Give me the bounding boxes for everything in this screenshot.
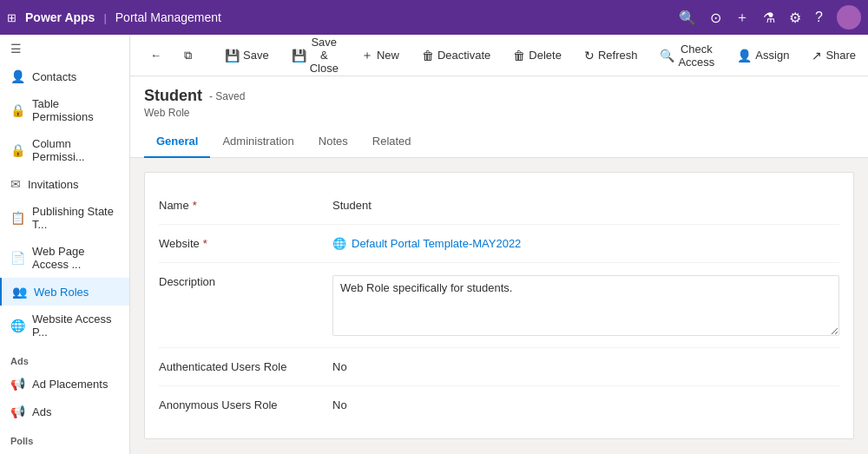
website-access-icon: 🌐 xyxy=(10,319,25,332)
avatar[interactable] xyxy=(837,5,861,30)
name-value: Student xyxy=(332,195,839,212)
form-row-name: Name * Student xyxy=(159,187,839,225)
sidebar-item-poll-placements[interactable]: 📊 Poll Placements xyxy=(0,450,129,454)
tab-related-label: Related xyxy=(372,135,411,148)
website-value[interactable]: 🌐 Default Portal Template-MAY2022 xyxy=(332,234,839,250)
sidebar-item-column-permissions[interactable]: 🔒 Column Permissi... xyxy=(0,130,129,170)
tabs-bar: General Administration Notes Related xyxy=(130,126,868,158)
assign-label: Assign xyxy=(755,49,789,62)
app-name: Power Apps xyxy=(25,10,95,24)
ad-placements-icon: 📢 xyxy=(10,377,25,391)
authenticated-users-label: Authenticated Users Role xyxy=(159,357,332,373)
sidebar-item-website-access[interactable]: 🌐 Website Access P... xyxy=(0,306,129,345)
tab-administration-label: Administration xyxy=(222,135,293,148)
form-area: Name * Student Website * 🌐 Defaul xyxy=(130,158,868,454)
top-nav-actions: 🔍 ⊙ ＋ ⚗ ⚙ ? xyxy=(679,5,861,30)
sidebar-item-label: Table Permissions xyxy=(32,97,119,123)
sidebar-item-ads[interactable]: 📢 Ads xyxy=(0,398,129,425)
help-icon[interactable]: ? xyxy=(815,10,823,25)
content-area: ← ⧉ 💾 Save 💾 Save & Close ＋ New 🗑 Deacti… xyxy=(130,35,868,454)
deactivate-label: Deactivate xyxy=(437,49,490,62)
saved-badge: - Saved xyxy=(209,90,245,102)
settings-icon[interactable]: ⚙ xyxy=(789,10,801,26)
authenticated-users-text: No xyxy=(332,360,347,373)
top-navigation: ⊞ Power Apps | Portal Management 🔍 ⊙ ＋ ⚗… xyxy=(0,0,868,35)
delete-button[interactable]: 🗑 Delete xyxy=(503,43,571,69)
website-link-text: Default Portal Template-MAY2022 xyxy=(352,237,521,250)
ads-icon: 📢 xyxy=(10,405,25,418)
tab-general[interactable]: General xyxy=(144,126,210,158)
waffle-icon[interactable]: ⊞ xyxy=(7,11,16,24)
tab-general-label: General xyxy=(156,135,198,148)
hamburger-button[interactable]: ☰ xyxy=(0,35,129,63)
record-subtitle: Web Role xyxy=(144,107,854,119)
new-button[interactable]: ＋ New xyxy=(352,42,409,69)
assign-icon: 👤 xyxy=(737,49,752,63)
tab-administration[interactable]: Administration xyxy=(210,126,306,158)
nav-separator: | xyxy=(103,11,106,24)
description-textarea[interactable]: Web Role specifically for students. xyxy=(332,275,839,336)
check-access-icon: 🔍 xyxy=(660,49,674,63)
open-in-new-button[interactable]: ⧉ xyxy=(174,43,201,69)
search-icon[interactable]: 🔍 xyxy=(679,10,696,26)
save-close-button[interactable]: 💾 Save & Close xyxy=(282,35,348,81)
sidebar-item-table-permissions[interactable]: 🔒 Table Permissions xyxy=(0,90,129,130)
sidebar-item-label: Ads xyxy=(32,405,51,418)
web-page-access-icon: 📄 xyxy=(10,251,25,265)
save-close-label: Save & Close xyxy=(310,36,339,75)
anonymous-users-text: No xyxy=(332,398,347,411)
record-header: Student - Saved Web Role xyxy=(130,76,868,126)
save-icon: 💾 xyxy=(225,49,240,63)
sidebar-item-label: Contacts xyxy=(32,70,76,83)
open-in-new-icon: ⧉ xyxy=(184,49,192,63)
filter-icon[interactable]: ⚗ xyxy=(763,10,775,26)
circle-refresh-icon[interactable]: ⊙ xyxy=(710,10,721,26)
share-label: Share xyxy=(825,49,856,62)
form-row-description: Description Web Role specifically for st… xyxy=(159,263,839,348)
refresh-label: Refresh xyxy=(598,49,638,62)
sidebar: ☰ 👤 Contacts 🔒 Table Permissions 🔒 Colum… xyxy=(0,35,130,454)
sidebar-item-label: Ad Placements xyxy=(32,378,108,391)
tab-related[interactable]: Related xyxy=(360,126,424,158)
save-button[interactable]: 💾 Save xyxy=(215,43,279,69)
name-required-star: * xyxy=(193,199,197,212)
website-required-star: * xyxy=(203,237,207,250)
sidebar-item-web-page-access[interactable]: 📄 Web Page Access ... xyxy=(0,238,129,278)
sidebar-item-label: Web Roles xyxy=(34,286,89,299)
sidebar-item-invitations[interactable]: ✉ Invitations xyxy=(0,170,129,198)
record-title-row: Student - Saved xyxy=(144,87,854,105)
deactivate-button[interactable]: 🗑 Deactivate xyxy=(412,43,500,69)
tab-notes[interactable]: Notes xyxy=(306,126,360,158)
back-button[interactable]: ← xyxy=(141,43,171,68)
sidebar-item-label: Web Page Access ... xyxy=(32,245,119,271)
refresh-icon: ↻ xyxy=(584,49,595,63)
ads-section-header: Ads xyxy=(0,345,129,370)
assign-button[interactable]: 👤 Assign xyxy=(727,43,799,69)
sidebar-item-ad-placements[interactable]: 📢 Ad Placements xyxy=(0,370,129,398)
contacts-icon: 👤 xyxy=(10,69,25,83)
sidebar-item-label: Publishing State T... xyxy=(32,205,119,231)
name-label: Name * xyxy=(159,195,332,212)
sidebar-item-label: Invitations xyxy=(28,178,79,191)
check-access-button[interactable]: 🔍 Check Access xyxy=(650,36,724,75)
authenticated-users-label-text: Authenticated Users Role xyxy=(159,360,286,373)
publishing-state-icon: 📋 xyxy=(10,211,25,225)
delete-label: Delete xyxy=(529,49,562,62)
portal-name: Portal Management xyxy=(115,10,221,24)
sidebar-item-label: Column Permissi... xyxy=(32,137,119,163)
back-icon: ← xyxy=(150,49,161,62)
refresh-button[interactable]: ↻ Refresh xyxy=(575,43,648,69)
form-card: Name * Student Website * 🌐 Defaul xyxy=(144,172,854,439)
share-button[interactable]: ↗ Share xyxy=(802,43,865,69)
add-icon[interactable]: ＋ xyxy=(735,9,749,27)
sidebar-item-web-roles[interactable]: 👥 Web Roles xyxy=(0,278,129,306)
sidebar-item-contacts[interactable]: 👤 Contacts xyxy=(0,63,129,90)
web-roles-icon: 👥 xyxy=(12,285,27,299)
check-access-label: Check Access xyxy=(678,43,714,69)
anonymous-users-value: No xyxy=(332,395,839,411)
form-row-anonymous-users: Anonymous Users Role No xyxy=(159,386,839,424)
description-label-text: Description xyxy=(159,275,215,288)
website-label: Website * xyxy=(159,234,332,250)
sidebar-item-publishing-state[interactable]: 📋 Publishing State T... xyxy=(0,198,129,238)
column-permissions-icon: 🔒 xyxy=(10,143,25,157)
